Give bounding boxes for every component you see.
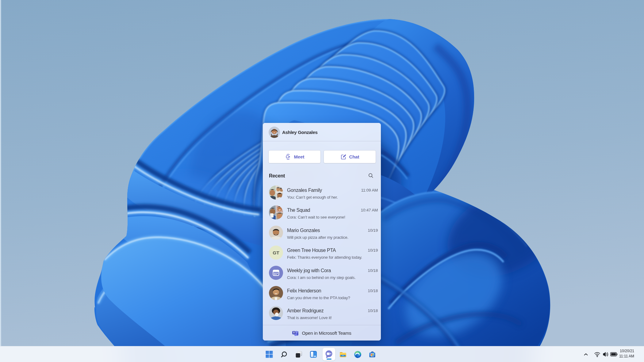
svg-text:GT: GT	[273, 250, 279, 255]
